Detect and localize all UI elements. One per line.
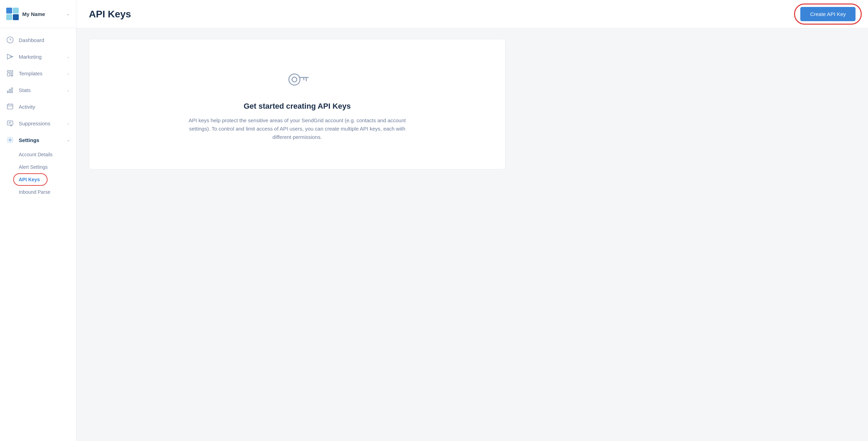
- content-area: Get started creating API Keys API keys h…: [76, 28, 868, 441]
- sidebar-subitem-alert-settings[interactable]: Alert Settings: [0, 161, 76, 173]
- page-title: API Keys: [89, 9, 131, 20]
- create-api-key-button[interactable]: Create API Key: [800, 7, 856, 21]
- empty-state-title: Get started creating API Keys: [244, 102, 351, 111]
- svg-rect-7: [7, 70, 13, 72]
- sidebar-logo[interactable]: My Name ⌄: [0, 0, 76, 28]
- main-content: API Keys Create API Key Get started crea…: [76, 0, 868, 441]
- sidebar-item-activity[interactable]: Activity: [0, 98, 76, 115]
- sidebar-item-stats-label: Stats: [19, 87, 31, 93]
- key-icon: [285, 67, 310, 93]
- sidebar-subitem-account-details-label: Account Details: [19, 152, 52, 157]
- templates-chevron-icon: ⌄: [67, 71, 70, 76]
- svg-rect-12: [9, 89, 10, 93]
- sidebar-item-activity-label: Activity: [19, 104, 35, 110]
- marketing-chevron-icon: ⌄: [67, 55, 70, 59]
- page-header: API Keys Create API Key: [76, 0, 868, 28]
- sidebar-subitem-api-keys[interactable]: API Keys: [0, 173, 76, 186]
- templates-icon: [6, 69, 14, 77]
- stats-icon: [6, 86, 14, 94]
- svg-rect-18: [7, 121, 13, 125]
- svg-rect-11: [7, 91, 8, 93]
- svg-point-23: [9, 139, 11, 141]
- sidebar-item-dashboard[interactable]: Dashboard: [0, 32, 76, 48]
- sidebar-navigation: Dashboard Marketing ⌄: [0, 28, 76, 441]
- sidebar-subitem-inbound-parse[interactable]: Inbound Parse: [0, 186, 76, 198]
- sidebar-item-suppressions[interactable]: Suppressions ⌄: [0, 115, 76, 132]
- sidebar-item-templates[interactable]: Templates ⌄: [0, 65, 76, 82]
- sidebar-item-suppressions-label: Suppressions: [19, 120, 50, 126]
- activity-icon: [6, 103, 14, 110]
- svg-rect-3: [13, 14, 19, 20]
- brand-logo-icon: [6, 8, 19, 20]
- svg-rect-8: [7, 73, 10, 76]
- empty-state-card: Get started creating API Keys API keys h…: [89, 39, 506, 169]
- sidebar-item-marketing[interactable]: Marketing ⌄: [0, 48, 76, 65]
- sidebar-logo-chevron: ⌄: [66, 11, 70, 16]
- svg-point-25: [292, 77, 297, 82]
- sidebar-item-templates-label: Templates: [19, 70, 42, 76]
- sidebar-logo-name: My Name: [22, 11, 45, 17]
- svg-rect-14: [7, 104, 13, 109]
- sidebar-item-marketing-label: Marketing: [19, 54, 42, 60]
- svg-rect-9: [11, 73, 13, 74]
- sidebar-item-settings[interactable]: Settings ⌄: [0, 132, 76, 148]
- empty-state-description: API keys help protect the sensitive area…: [186, 116, 408, 141]
- sidebar: My Name ⌄ Dashboard Marketing: [0, 0, 76, 441]
- sidebar-item-stats[interactable]: Stats ⌄: [0, 82, 76, 98]
- settings-icon: [6, 136, 14, 144]
- svg-rect-0: [6, 8, 12, 14]
- sidebar-item-dashboard-label: Dashboard: [19, 37, 44, 43]
- svg-rect-10: [11, 75, 13, 76]
- settings-chevron-icon: ⌄: [67, 138, 70, 142]
- stats-chevron-icon: ⌄: [67, 88, 70, 92]
- dashboard-icon: [6, 36, 14, 44]
- create-api-key-button-wrapper: Create API Key: [800, 7, 856, 21]
- sidebar-item-settings-label: Settings: [19, 137, 39, 143]
- suppressions-icon: [6, 119, 14, 127]
- sidebar-subitem-inbound-parse-label: Inbound Parse: [19, 189, 50, 195]
- sidebar-subitem-api-keys-label: API Keys: [19, 177, 40, 182]
- svg-rect-13: [11, 88, 12, 93]
- suppressions-chevron-icon: ⌄: [67, 121, 70, 126]
- svg-rect-1: [13, 8, 19, 14]
- sidebar-subitem-alert-settings-label: Alert Settings: [19, 164, 48, 170]
- svg-point-24: [289, 74, 300, 85]
- sidebar-subitem-account-details[interactable]: Account Details: [0, 148, 76, 161]
- svg-rect-2: [6, 14, 12, 20]
- marketing-icon: [6, 53, 14, 60]
